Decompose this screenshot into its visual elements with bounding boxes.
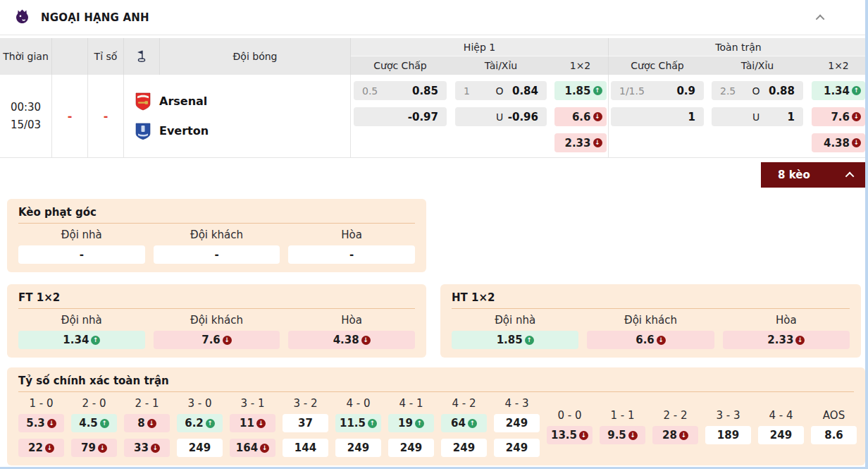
score-odds-3-1-a[interactable]: 11 <box>230 414 275 432</box>
score-odds-3-0-b[interactable]: 249 <box>177 439 223 457</box>
ft-handicap-bottom-odds[interactable]: 1 <box>611 107 704 126</box>
ft-home-odds[interactable]: 1.34 <box>18 331 145 349</box>
ft-handicap-top-odds[interactable]: 1/1.5 0.9 <box>611 81 704 100</box>
col-header-corner <box>124 38 160 75</box>
subheader-h1-handicap: Cược Chấp <box>351 56 450 75</box>
score-odds-4-1-a[interactable]: 19 <box>388 414 434 432</box>
score-odds-0-0[interactable]: 13.5 <box>547 426 593 444</box>
score-odds-1-0-b[interactable]: 22 <box>18 439 64 457</box>
score-odds-1-0-a[interactable]: 5.3 <box>18 414 64 432</box>
ft-1x2-away-odds[interactable]: 7.6 <box>812 107 865 126</box>
trend-arrow-icon <box>852 138 861 147</box>
trend-arrow-icon <box>91 336 100 345</box>
trend-arrow-icon <box>361 336 371 345</box>
trend-arrow-icon <box>593 112 602 121</box>
subheader-ft-handicap: Cược Chấp <box>609 56 706 75</box>
trend-arrow-icon <box>260 444 269 453</box>
match-row: 00:30 15/03 - - Arsenal <box>0 75 868 158</box>
score-odds-3-2-a[interactable]: 37 <box>283 414 328 432</box>
score-odds-1-1[interactable]: 9.5 <box>600 426 645 444</box>
score-column: 2 - 1 8 33 <box>124 398 170 457</box>
subheader-h1-1x2: 1×2 <box>552 56 609 75</box>
h1-over-odds[interactable]: 1 O 0.84 <box>455 81 547 100</box>
handicap-line: 1/1.5 <box>619 85 664 97</box>
score-odds-3-2-b[interactable]: 144 <box>283 439 328 457</box>
ht-draw-odds[interactable]: 2.33 <box>723 331 850 349</box>
score-column: 3 - 3 189 <box>705 410 751 457</box>
divider <box>18 308 415 309</box>
h1-under-odds[interactable]: U -0.96 <box>455 107 547 126</box>
h1-1x2-cell: 1.85 6.6 2.33 <box>552 75 609 157</box>
score-odds-4-3-b[interactable]: 249 <box>494 439 540 457</box>
keo-count-button[interactable]: 8 kèo <box>761 162 868 188</box>
scrollbar-track[interactable] <box>865 0 868 469</box>
home-column-header: Đội nhà <box>452 315 578 326</box>
ft-draw-odds[interactable]: 4.38 <box>288 331 415 349</box>
trend-arrow-icon <box>525 336 534 345</box>
score-column: 1 - 1 9.5 <box>600 410 645 457</box>
score-odds-4-0-a[interactable]: 11.5 <box>335 414 381 432</box>
trend-arrow-icon <box>852 86 861 95</box>
corner-home-odds[interactable]: - <box>18 245 145 264</box>
score-odds-2-2[interactable]: 28 <box>652 426 698 444</box>
odds-table-header: Thời gian Tỉ số Đội bóng Hiệp 1 Toàn trậ… <box>0 38 868 75</box>
score-odds-4-1-b[interactable]: 249 <box>388 439 434 457</box>
ht-home-odds[interactable]: 1.85 <box>452 331 578 349</box>
score-home-cell: - <box>52 75 88 157</box>
score-odds-3-0-a[interactable]: 6.2 <box>177 414 223 432</box>
home-team-row[interactable]: Arsenal <box>135 92 350 111</box>
score-odds-4-0-b[interactable]: 249 <box>335 439 381 457</box>
league-collapse-button[interactable] <box>818 11 824 24</box>
h1-handicap-top-odds[interactable]: 0.5 0.85 <box>354 81 447 100</box>
score-label: 4 - 1 <box>388 398 434 409</box>
score-odds-2-0-b[interactable]: 79 <box>71 439 117 457</box>
score-odds-4-4[interactable]: 249 <box>758 426 804 444</box>
ft-away-odds[interactable]: 7.6 <box>154 331 280 349</box>
score-label: 0 - 0 <box>547 410 593 421</box>
h1-1x2-home-odds[interactable]: 1.85 <box>554 81 607 100</box>
h1-1x2-draw-odds[interactable]: 2.33 <box>554 133 607 152</box>
handicap-line: 0.5 <box>362 85 407 97</box>
col-header-team: Đội bóng <box>160 38 351 75</box>
score-odds-aos[interactable]: 8.6 <box>811 426 857 444</box>
corner-headers: Đội nhà Đội khách Hòa <box>18 229 415 245</box>
ft-over-odds[interactable]: 2.5 O 0.88 <box>712 81 803 100</box>
trend-arrow-icon <box>579 431 588 440</box>
correct-score-panel: Tỷ số chính xác toàn trận 1 - 0 5.3 22 2… <box>7 367 865 465</box>
corner-draw-odds[interactable]: - <box>288 245 415 264</box>
ft-overunder-cell: 2.5 O 0.88 U 1 <box>706 75 809 157</box>
score-odds-2-1-a[interactable]: 8 <box>124 414 170 432</box>
ou-line: 2.5 <box>720 85 748 97</box>
trend-arrow-icon <box>679 431 688 440</box>
score-odds-4-2-a[interactable]: 64 <box>441 414 487 432</box>
ft-1x2-draw-odds[interactable]: 4.38 <box>812 133 865 152</box>
score-odds-4-3-a[interactable]: 249 <box>494 414 540 432</box>
score-label: 2 - 0 <box>71 398 117 409</box>
ht-away-odds[interactable]: 6.6 <box>587 331 714 349</box>
score-odds-2-0-a[interactable]: 4.5 <box>71 414 117 432</box>
divider <box>18 391 854 392</box>
away-column-header: Đội khách <box>154 229 280 240</box>
score-odds-3-1-b[interactable]: 164 <box>230 439 275 457</box>
home-column-header: Đội nhà <box>18 229 145 240</box>
trend-arrow-icon <box>206 419 215 428</box>
ft-under-odds[interactable]: U 1 <box>712 107 803 126</box>
score-label: 4 - 4 <box>758 410 804 421</box>
ft-1x2-home-odds[interactable]: 1.34 <box>812 81 865 100</box>
corner-away-odds[interactable]: - <box>154 245 280 264</box>
league-title: NGOẠI HẠNG ANH <box>41 11 149 24</box>
h1-1x2-away-odds[interactable]: 6.6 <box>554 107 607 126</box>
trend-arrow-icon <box>415 419 424 428</box>
score-odds-4-2-b[interactable]: 249 <box>441 439 487 457</box>
premier-league-lion-icon <box>13 8 32 27</box>
keo-count-label: 8 kèo <box>778 169 810 181</box>
score-odds-3-3[interactable]: 189 <box>705 426 751 444</box>
corner-values: - - - <box>18 245 415 264</box>
away-team-row[interactable]: Everton <box>135 122 350 140</box>
score-column: 3 - 0 6.2 249 <box>177 398 223 457</box>
trend-arrow-icon <box>368 419 377 428</box>
league-header: NGOẠI HẠNG ANH <box>0 0 868 35</box>
corner-panel-title: Kèo phạt góc <box>18 206 415 219</box>
score-odds-2-1-b[interactable]: 33 <box>124 439 170 457</box>
h1-handicap-bottom-odds[interactable]: -0.97 <box>354 107 447 126</box>
